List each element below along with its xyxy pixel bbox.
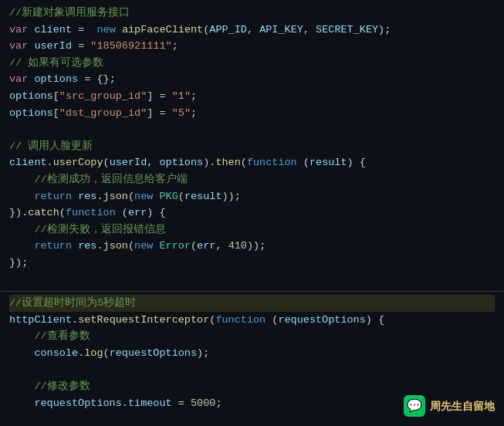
line-3: var userId = "18506921111"; [9, 38, 495, 55]
line-blank-1 [9, 121, 495, 138]
line-13: }).catch(function (err) { [9, 205, 495, 221]
line-1: //新建对象调用服务接口 [9, 5, 495, 22]
line-19: httpClient.setRequestInterceptor(functio… [9, 312, 495, 329]
watermark: 💬 周先生自留地 [404, 395, 495, 417]
line-5: var options = {}; [9, 71, 495, 88]
line-15: return res.json(new Error(err, 410)); [9, 238, 495, 255]
line-9: // 调用人脸更新 [9, 138, 495, 155]
code-block: //新建对象调用服务接口 var client = new aipFaceCli… [0, 5, 504, 288]
line-14: //检测失败，返回报错信息 [9, 221, 495, 238]
line-blank-2 [9, 272, 495, 289]
line-2: var client = new aipFaceClient(APP_ID, A… [9, 22, 495, 39]
line-21: console.log(requestOptions); [9, 345, 495, 362]
line-18: //设置超时时间为5秒超时 [9, 295, 495, 312]
line-12: return res.json(new PKG(result)); [9, 188, 495, 205]
line-11: //检测成功，返回信息给客户端 [9, 171, 495, 188]
watermark-icon: 💬 [404, 395, 425, 417]
line-16: }); [9, 255, 495, 272]
line-23: //修改参数 [9, 378, 495, 395]
section-divider [0, 291, 504, 292]
code-container: //新建对象调用服务接口 var client = new aipFaceCli… [0, 0, 504, 426]
watermark-label: 周先生自留地 [430, 397, 495, 414]
line-10: client.userCopy(userId, options).then(fu… [9, 154, 495, 171]
line-20: //查看参数 [9, 328, 495, 345]
line-6: options["src_group_id"] = "1"; [9, 88, 495, 105]
line-blank-3 [9, 361, 495, 378]
wechat-icon: 💬 [407, 396, 422, 416]
line-7: options["dst_group_id"] = "5"; [9, 105, 495, 122]
line-4: // 如果有可选参数 [9, 55, 495, 72]
